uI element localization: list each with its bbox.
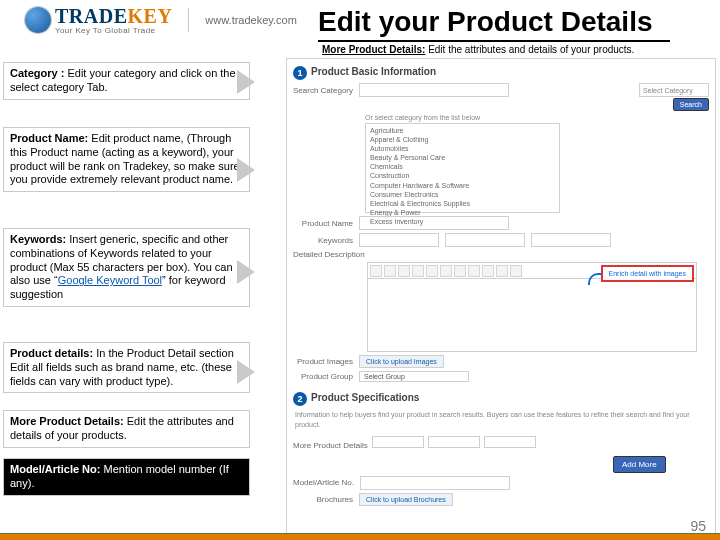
step-label: Product Specifications	[311, 392, 419, 403]
step-label: Product Basic Information	[311, 66, 436, 77]
step-badge: 2	[293, 392, 307, 406]
toolbar-icon[interactable]	[384, 265, 396, 277]
pointer-icon	[237, 360, 255, 384]
callout-model-no: Model/Article No: Mention model number (…	[3, 458, 250, 496]
spec-note: Information to help buyers find your pro…	[295, 410, 707, 430]
list-item[interactable]: Consumer Electronics	[370, 190, 555, 199]
select-category-dropdown[interactable]: Select Category	[639, 83, 709, 97]
attr-input[interactable]	[484, 436, 536, 448]
keywords-label: Keywords	[293, 236, 353, 245]
brochures-label: Brochures	[293, 495, 353, 504]
upload-images-button[interactable]: Click to upload Images	[359, 355, 444, 368]
callout-product-name: Product Name: Edit product name, (Throug…	[3, 127, 250, 192]
pointer-icon	[237, 260, 255, 284]
product-images-label: Product Images	[293, 357, 353, 366]
brand-name: TRADEKEY	[55, 5, 172, 28]
toolbar-icon[interactable]	[454, 265, 466, 277]
keyword-input[interactable]	[531, 233, 611, 247]
title-underline	[318, 40, 670, 42]
brand-tagline: Your Key To Global Trade	[55, 26, 172, 35]
more-attr-label: More Product Details	[293, 441, 368, 450]
search-button[interactable]: Search	[673, 98, 709, 111]
attr-input[interactable]	[372, 436, 424, 448]
toolbar-icon[interactable]	[412, 265, 424, 277]
callout-keywords: Keywords: Insert generic, specific and o…	[3, 228, 250, 307]
divider	[188, 8, 189, 32]
subtitle: More Product Details: Edit the attribute…	[322, 44, 634, 55]
keyword-input[interactable]	[359, 233, 439, 247]
category-listbox[interactable]: Agriculture Apparel & Clothing Automobil…	[365, 123, 560, 213]
callout-product-details: Product details: In the Product Detail s…	[3, 342, 250, 393]
add-more-button[interactable]: Add More	[613, 456, 666, 473]
logo-block: TRADEKEY Your Key To Global Trade www.tr…	[25, 5, 297, 35]
page-title: Edit your Product Details	[318, 6, 653, 38]
brand-url: www.tradekey.com	[205, 14, 297, 26]
page-number: 95	[690, 518, 706, 534]
toolbar-icon[interactable]	[426, 265, 438, 277]
list-item[interactable]: Computer Hardware & Software	[370, 181, 555, 190]
attr-input[interactable]	[428, 436, 480, 448]
list-item[interactable]: Beauty & Personal Care	[370, 153, 555, 162]
toolbar-icon[interactable]	[496, 265, 508, 277]
callout-category: Category : Edit your category and click …	[3, 62, 250, 100]
product-group-label: Product Group	[293, 372, 353, 381]
toolbar-icon[interactable]	[482, 265, 494, 277]
model-no-input[interactable]	[360, 476, 510, 490]
product-group-select[interactable]: Select Group	[359, 371, 469, 382]
footer-stripe	[0, 534, 720, 540]
list-item[interactable]: Construction	[370, 171, 555, 180]
product-form-screenshot: 1Product Basic Information Search Catego…	[286, 58, 716, 534]
list-item[interactable]: Automobiles	[370, 144, 555, 153]
toolbar-icon[interactable]	[510, 265, 522, 277]
toolbar-icon[interactable]	[468, 265, 480, 277]
product-name-label: Product Name	[293, 219, 353, 228]
list-item[interactable]: Electrical & Electronics Supplies	[370, 199, 555, 208]
toolbar-icon[interactable]	[398, 265, 410, 277]
toolbar-icon[interactable]	[440, 265, 452, 277]
product-name-input[interactable]	[359, 216, 509, 230]
callout-more-details: More Product Details: Edit the attribute…	[3, 410, 250, 448]
enrich-annotation: Enrich detail with images	[601, 265, 694, 282]
model-no-label: Model/Article No.	[293, 478, 354, 487]
upload-brochures-button[interactable]: Click to upload Brochures	[359, 493, 453, 506]
keyword-input[interactable]	[445, 233, 525, 247]
toolbar-icon[interactable]	[370, 265, 382, 277]
globe-icon	[25, 7, 51, 33]
search-category-label: Search Category	[293, 86, 353, 95]
list-item[interactable]: Chemicals	[370, 162, 555, 171]
or-select-label: Or select category from the list below	[365, 114, 709, 121]
pointer-icon	[237, 158, 255, 182]
search-category-input[interactable]	[359, 83, 509, 97]
google-keyword-tool-link[interactable]: Google Keyword Tool	[58, 274, 162, 286]
pointer-icon	[237, 70, 255, 94]
description-editor[interactable]: Enrich detail with images	[367, 262, 697, 352]
step-badge: 1	[293, 66, 307, 80]
description-label: Detailed Description	[293, 250, 365, 259]
list-item[interactable]: Apparel & Clothing	[370, 135, 555, 144]
list-item[interactable]: Agriculture	[370, 126, 555, 135]
